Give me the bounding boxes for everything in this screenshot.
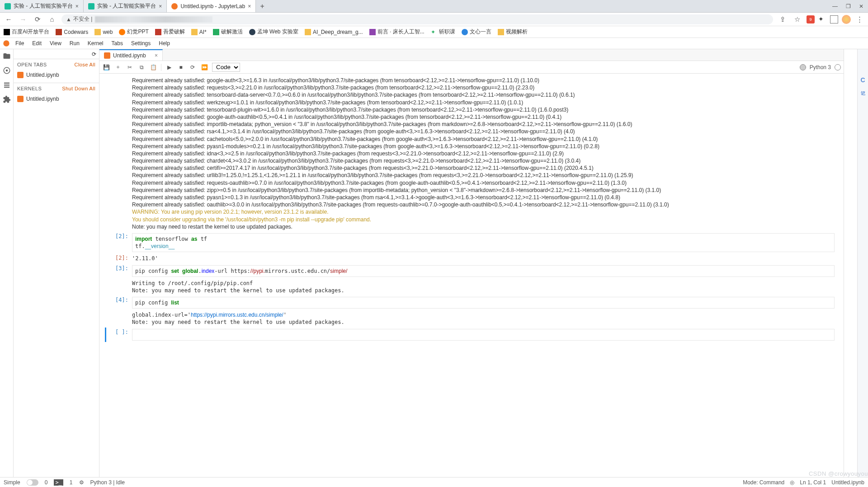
new-tab-button[interactable]: + [256,0,269,12]
open-tab-file[interactable]: Untitled.ipynb [14,70,99,80]
star-icon[interactable]: ☆ [792,15,802,23]
browser-tab-0[interactable]: 实验 - 人工智能实验平台 × [0,0,84,12]
extension-icon[interactable] [3,95,11,103]
browser-tab-2[interactable]: Untitled.ipynb - JupyterLab × [167,0,256,12]
refresh-filebrowser[interactable]: ⟳ [14,49,99,59]
commands-icon[interactable] [3,81,11,89]
settings-icon[interactable]: ⚙ [79,479,84,486]
notebook-icon [104,52,110,59]
cut-icon[interactable]: ✂ [126,63,134,71]
close-icon[interactable]: × [75,3,79,9]
bookmark-icon [249,29,255,35]
forward-button[interactable]: → [18,15,28,23]
bookmark-item[interactable]: 前言 · 床长人工智... [369,28,425,36]
status-kernel[interactable]: Python 3 | Idle [90,479,125,486]
reload-button[interactable]: ⟳ [33,15,42,23]
output-text: Writing to /root/.config/pip/pip.conf No… [132,280,835,294]
share-icon[interactable]: ⇪ [778,15,788,23]
notification-icon[interactable]: ◎ [790,479,794,486]
menu-edit[interactable]: Edit [28,38,45,48]
kernel-file[interactable]: Untitled.ipynb [14,94,99,104]
close-icon[interactable]: × [248,3,251,9]
out-prompt [105,280,132,294]
menu-run[interactable]: Run [66,38,83,48]
jl-menubar: File Edit View Run Kernel Tabs Settings … [0,38,868,49]
notebook-body[interactable]: Requirement already satisfied: google-au… [99,74,844,477]
out-prompt [105,311,132,326]
code-input[interactable] [132,329,835,341]
run-icon[interactable]: ▶ [165,63,173,71]
bookmark-item[interactable]: 视频解析 [498,28,528,36]
menu-settings[interactable]: Settings [127,38,154,48]
browser-tab-1[interactable]: 实验 - 人工智能实验平台 × [84,0,167,12]
extensions-icon[interactable]: ✦ [818,15,826,23]
omnibox[interactable]: ▲ 不安全 | [61,14,773,24]
menu-kernel[interactable]: Kernel [84,38,107,48]
close-all-button[interactable]: Close All [75,62,95,67]
simple-toggle[interactable] [27,479,38,486]
code-cell-4[interactable]: [4]: pip config list [105,295,835,310]
cell-type-select[interactable]: Code [212,63,240,72]
folder-icon[interactable] [3,52,11,60]
sidepanel-icon[interactable] [830,15,838,23]
kebab-icon[interactable]: ⋮ [854,15,864,23]
bookmark-item[interactable]: 破解激活 [213,28,243,36]
terminal-icon[interactable]: >_ [54,479,63,486]
menu-file[interactable]: File [12,38,28,48]
output-cell-3: Writing to /root/.config/pip/pip.conf No… [105,278,835,295]
bookmark-icon [369,29,376,35]
maximize-icon[interactable]: ❐ [846,3,851,9]
profile-avatar[interactable] [842,15,851,24]
restart-icon[interactable]: ⟳ [189,63,197,71]
prompt: [3]: [105,265,132,277]
code-cell-3[interactable]: [3]: pip config set global.index-url htt… [105,264,835,278]
menu-view[interactable]: View [46,38,65,48]
code-input[interactable]: pip config set global.index-url https://… [132,265,835,277]
kernel-status-icon [835,64,841,70]
running-icon[interactable] [3,66,11,75]
shutdown-all-button[interactable]: Shut Down All [62,86,95,91]
copy-icon[interactable]: ⧉ [137,63,146,71]
bookmark-item[interactable]: 文心一言 [462,28,491,36]
close-window-icon[interactable]: ✕ [859,3,863,9]
close-icon[interactable]: × [159,3,162,9]
code-cell-5[interactable]: [ ]: [105,328,835,342]
kernel-name[interactable]: Python 3 [810,64,831,70]
bookmark-item[interactable]: 孟坤 Web 实验室 [249,28,298,36]
doc-tab[interactable]: Untitled.ipynb × [99,49,163,61]
minimize-icon[interactable]: — [832,3,838,9]
save-icon[interactable]: 💾 [102,63,110,71]
code-input[interactable]: import tensorflow as tf tf.__version__ [132,233,835,252]
side-notes-panel[interactable]: C 笔记 [857,49,868,477]
bookmark-icon: ✦ [431,29,437,35]
code-input[interactable]: pip config list [132,297,835,309]
menu-help[interactable]: Help [155,38,174,48]
tab-label: 实验 - 人工智能实验平台 [97,2,156,10]
favicon [171,3,178,9]
paste-icon[interactable]: 📋 [149,63,157,71]
prompt [105,77,132,230]
bookmark-item[interactable]: AI* [191,29,207,35]
back-button[interactable]: ← [4,15,14,23]
stop-icon[interactable]: ■ [177,63,185,71]
close-icon[interactable]: × [155,52,158,59]
output-text: '2.11.0' [132,255,835,262]
bookmark-item[interactable]: 吾爱破解 [155,28,185,36]
status-ln: Ln 1, Col 1 [800,479,826,486]
bookmark-item[interactable]: ✦斩职课 [431,28,455,36]
code-cell-2[interactable]: [2]: import tensorflow as tf tf.__versio… [105,232,835,253]
bookmark-item[interactable]: Codewars [56,29,88,35]
add-cell-icon[interactable]: ＋ [114,63,122,71]
home-button[interactable]: ⌂ [47,15,57,23]
address-bar: ← → ⟳ ⌂ ▲ 不安全 | ⇪ ☆ 9 ✦ ⋮ [0,13,868,26]
svg-point-0 [3,40,9,46]
menu-tabs[interactable]: Tabs [108,38,127,48]
fastforward-icon[interactable]: ⏩ [200,63,208,71]
ext-red-icon[interactable]: 9 [807,15,815,23]
extensions: 9 ✦ ⋮ [807,15,864,24]
status-mode: Mode: Command [743,479,784,486]
bookmark-item[interactable]: 幻觉PPT [119,28,148,36]
bookmark-item[interactable]: AI_Deep_dream_g... [305,29,363,35]
bookmark-item[interactable]: 百度AI开放平台 [4,28,49,36]
bookmark-item[interactable]: web [94,29,113,35]
